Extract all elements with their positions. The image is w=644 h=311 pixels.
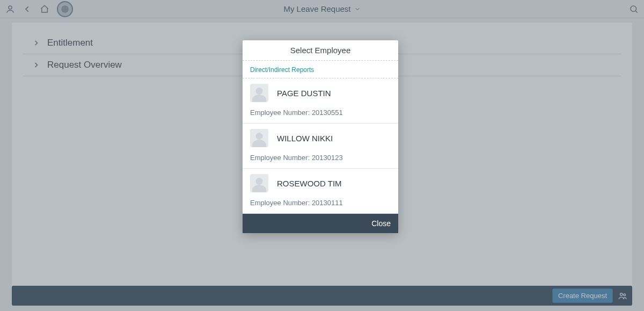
avatar-icon [250,129,268,147]
avatar-icon [250,84,268,102]
employee-list-item[interactable]: PAGE DUSTIN Employee Number: 20130551 [243,78,398,124]
employee-name: WILLOW NIKKI [277,134,333,143]
employee-top: WILLOW NIKKI [250,129,391,147]
employee-number: Employee Number: 20130551 [250,109,391,117]
close-button[interactable]: Close [371,219,391,228]
employee-name: ROSEWOOD TIM [277,179,342,188]
select-employee-dialog: Select Employee Direct/Indirect Reports … [243,40,398,233]
employee-name: PAGE DUSTIN [277,89,331,98]
avatar-icon [250,174,268,192]
dialog-subheader: Direct/Indirect Reports [243,61,398,78]
employee-list-item[interactable]: ROSEWOOD TIM Employee Number: 20130111 [243,169,398,214]
dialog-footer: Close [243,214,398,233]
employee-top: PAGE DUSTIN [250,84,391,102]
employee-number: Employee Number: 20130111 [250,199,391,207]
employee-number: Employee Number: 20130123 [250,154,391,162]
employee-list-item[interactable]: WILLOW NIKKI Employee Number: 20130123 [243,124,398,169]
dialog-title: Select Employee [243,40,398,61]
employee-top: ROSEWOOD TIM [250,174,391,192]
